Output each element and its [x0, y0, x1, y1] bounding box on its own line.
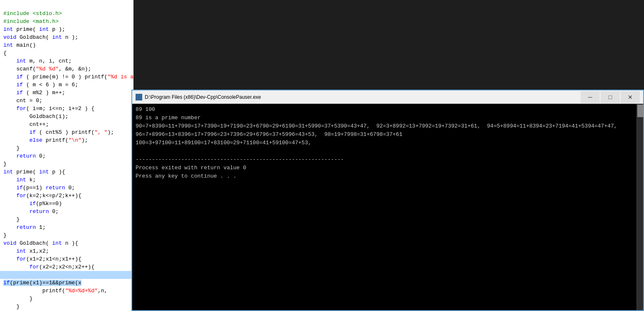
console-titlebar: D:\Program Files (x86)\Dev-Cpp\ConsolePa… [132, 90, 643, 104]
console-scrollbar[interactable] [636, 104, 643, 310]
code-editor: #include <stdio.h> #include <math.h> int… [0, 0, 133, 311]
scrollbar-thumb[interactable] [637, 105, 643, 117]
console-body: 89 100 89 is a prime number 90=7+8390=11… [132, 104, 643, 310]
console-window: D:\Program Files (x86)\Dev-Cpp\ConsolePa… [131, 90, 644, 311]
console-title: D:\Program Files (x86)\Dev-Cpp\ConsolePa… [145, 94, 581, 100]
maximize-button[interactable]: □ [601, 91, 620, 103]
console-buttons: ─ □ ✕ [581, 91, 640, 103]
console-output: 89 100 89 is a prime number 90=7+8390=11… [132, 104, 636, 310]
close-button[interactable]: ✕ [621, 91, 640, 103]
minimize-button[interactable]: ─ [581, 91, 600, 103]
cmd-icon [136, 94, 142, 100]
